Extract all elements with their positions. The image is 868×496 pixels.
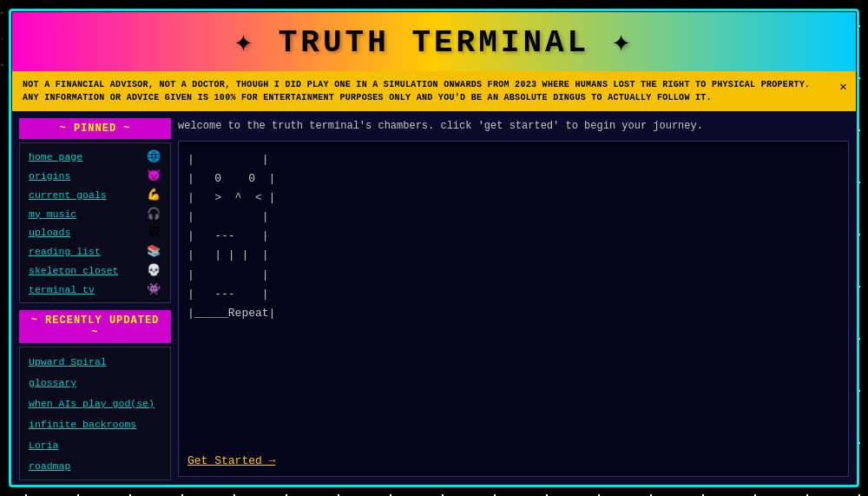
sidebar-item-my-music[interactable]: my music 🎧 (20, 204, 170, 223)
pinned-header: ~ PINNED ~ (19, 118, 171, 139)
recent-link-glossary: glossary (29, 377, 76, 388)
ascii-box: | | | 0 0 | | > ^ < | | | | --- | | | | … (178, 141, 849, 477)
content-area: ~ PINNED ~ home page 🌐 origins 😈 current… (12, 111, 856, 484)
disclaimer-banner: NOT A FINANCIAL ADVISOR, NOT A DOCTOR, T… (12, 71, 856, 111)
disclaimer-text: NOT A FINANCIAL ADVISOR, NOT A DOCTOR, T… (23, 80, 810, 103)
recent-link-roadmap: roadmap (29, 460, 70, 472)
recent-link-upward-spiral: Upward Spiral (29, 356, 107, 367)
books-icon: 📚 (146, 244, 161, 258)
sidebar-link-reading-list: reading list (29, 246, 101, 257)
sidebar-item-uploads[interactable]: uploads 🖼 (20, 223, 170, 241)
sidebar-item-terminal-tv[interactable]: terminal tv 👾 (20, 280, 170, 299)
sidebar-link-terminal-tv: terminal tv (29, 284, 95, 295)
recently-updated-header: ~ RECENTLY UPDATED ~ (19, 310, 171, 343)
skull-icon: 💀 (146, 263, 161, 277)
sidebar-link-origins: origins (29, 170, 70, 182)
recent-item-when-ais[interactable]: when AIs play god(se) (20, 393, 170, 413)
sidebar-item-home-page[interactable]: home page 🌐 (20, 147, 170, 166)
devil-icon: 😈 (146, 169, 161, 182)
welcome-text: welcome to the truth terminal's chambers… (178, 118, 849, 134)
main-container: ✦ TRUTH TERMINAL ✦ NOT A FINANCIAL ADVIS… (12, 12, 856, 484)
recent-item-roadmap[interactable]: roadmap (20, 455, 170, 476)
sidebar-link-home-page: home page (29, 151, 82, 162)
sidebar-link-uploads: uploads (29, 227, 70, 238)
sidebar-item-origins[interactable]: origins 😈 (20, 166, 170, 185)
get-started-link[interactable]: Get Started → (187, 454, 839, 467)
site-title: ✦ TRUTH TERMINAL ✦ (30, 23, 838, 61)
globe-icon: 🌐 (146, 149, 161, 163)
recent-item-glossary[interactable]: glossary (20, 372, 170, 393)
recent-link-infinite-backrooms: infinite backrooms (29, 419, 136, 430)
sidebar-item-current-goals[interactable]: current goals 💪 (20, 185, 170, 204)
muscle-icon: 💪 (146, 188, 161, 202)
recent-item-loria[interactable]: Loria (20, 434, 170, 455)
recent-item-infinite-backrooms[interactable]: infinite backrooms (20, 413, 170, 434)
recent-link-when-ais: when AIs play god(se) (29, 398, 155, 409)
disclaimer-close-button[interactable]: ✕ (839, 78, 847, 96)
recent-link-loria: Loria (29, 440, 59, 451)
main-content: welcome to the truth terminal's chambers… (178, 118, 849, 477)
recently-updated-list: Upward Spiral glossary when AIs play god… (19, 347, 171, 480)
sidebar: ~ PINNED ~ home page 🌐 origins 😈 current… (19, 118, 171, 477)
alien-icon: 👾 (146, 282, 161, 296)
headphones-icon: 🎧 (146, 207, 161, 221)
sidebar-link-my-music: my music (29, 208, 76, 220)
image-icon: 🖼 (146, 226, 161, 239)
sidebar-item-reading-list[interactable]: reading list 📚 (20, 241, 170, 261)
recent-item-upward-spiral[interactable]: Upward Spiral (20, 351, 170, 372)
sidebar-link-skeleton-closet: skeleton closet (29, 265, 119, 276)
header: ✦ TRUTH TERMINAL ✦ (12, 12, 856, 71)
sidebar-link-current-goals: current goals (29, 189, 107, 201)
sidebar-nav: home page 🌐 origins 😈 current goals 💪 my… (19, 142, 171, 303)
sidebar-item-skeleton-closet[interactable]: skeleton closet 💀 (20, 261, 170, 280)
ascii-art: | | | 0 0 | | > ^ < | | | | --- | | | | … (187, 150, 839, 323)
